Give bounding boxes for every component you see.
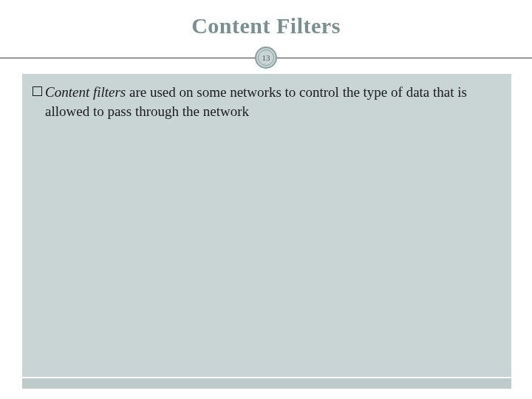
slide: Content Filters 13 Content filters are u… <box>0 0 532 399</box>
page-number-badge: 13 <box>255 47 277 69</box>
header: Content Filters <box>0 0 532 38</box>
divider: 13 <box>0 43 532 72</box>
slide-title: Content Filters <box>0 13 532 38</box>
term-text: Content filters <box>45 84 126 100</box>
body-text: Content filters are used on some network… <box>45 83 498 120</box>
square-bullet-icon <box>33 86 42 96</box>
content-body: Content filters are used on some network… <box>22 74 511 377</box>
bullet-item: Content filters are used on some network… <box>33 83 498 120</box>
page-number: 13 <box>258 50 274 66</box>
footer-bar <box>22 378 511 389</box>
